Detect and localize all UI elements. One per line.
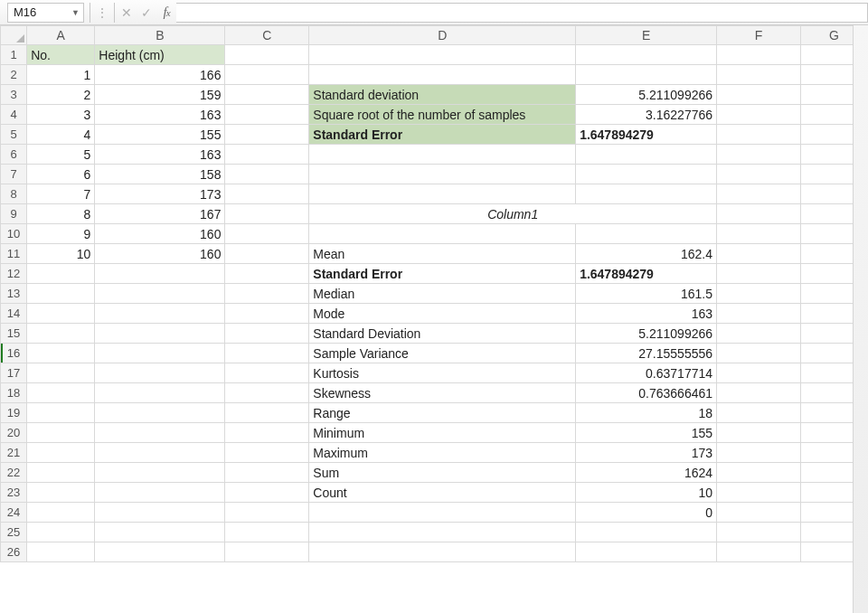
cell-E23[interactable]: 10 [576, 483, 717, 503]
cell-F26[interactable] [717, 542, 801, 562]
cell-D19[interactable]: Range [309, 403, 576, 423]
cell-B3[interactable]: 159 [95, 85, 225, 105]
cell-F10[interactable] [717, 224, 801, 244]
cell-G23[interactable] [800, 483, 867, 503]
cell-B26[interactable] [95, 542, 225, 562]
cell-C5[interactable] [225, 125, 309, 145]
cell-A7[interactable]: 6 [27, 165, 95, 184]
cell-B13[interactable] [95, 284, 225, 304]
cell-E21[interactable]: 173 [576, 443, 717, 463]
cell-A6[interactable]: 5 [27, 145, 95, 165]
column-header-C[interactable]: C [225, 26, 309, 45]
cell-B21[interactable] [95, 443, 225, 463]
row-header-13[interactable]: 13 [1, 284, 27, 304]
cell-F13[interactable] [717, 284, 801, 304]
cell-E26[interactable] [576, 542, 717, 562]
column-header-F[interactable]: F [717, 26, 801, 45]
row-header-23[interactable]: 23 [1, 483, 27, 503]
cell-A24[interactable] [27, 503, 95, 523]
cell-D14[interactable]: Mode [309, 304, 576, 324]
cell-D17[interactable]: Kurtosis [309, 363, 576, 383]
cell-F4[interactable] [717, 105, 801, 125]
cell-G26[interactable] [800, 542, 867, 562]
column-header-E[interactable]: E [576, 26, 717, 45]
cell-B10[interactable]: 160 [95, 224, 225, 244]
cell-B15[interactable] [95, 324, 225, 344]
cell-F20[interactable] [717, 423, 801, 443]
cell-A22[interactable] [27, 463, 95, 483]
cell-D10[interactable] [309, 224, 576, 244]
cell-F8[interactable] [717, 184, 801, 204]
cell-E12[interactable]: 1.647894279 [576, 264, 717, 284]
cell-G3[interactable] [800, 85, 867, 105]
cell-B12[interactable] [95, 264, 225, 284]
cell-C21[interactable] [225, 443, 309, 463]
column-header-A[interactable]: A [27, 26, 95, 45]
cell-G16[interactable] [800, 344, 867, 363]
cell-C14[interactable] [225, 304, 309, 324]
cell-B16[interactable] [95, 344, 225, 363]
cell-C12[interactable] [225, 264, 309, 284]
cell-B9[interactable]: 167 [95, 204, 225, 224]
cell-G1[interactable] [800, 45, 867, 65]
row-header-16[interactable]: 16 [1, 344, 27, 363]
cell-C7[interactable] [225, 165, 309, 184]
cell-B1[interactable]: Height (cm) [95, 45, 225, 65]
row-header-17[interactable]: 17 [1, 363, 27, 383]
spreadsheet-grid[interactable]: ABCDEFG1No.Height (cm)2116632159Standard… [0, 25, 868, 613]
column-header-G[interactable]: G [800, 26, 867, 45]
cell-G18[interactable] [800, 383, 867, 403]
cell-G7[interactable] [800, 165, 867, 184]
cell-A21[interactable] [27, 443, 95, 463]
cell-G12[interactable] [800, 264, 867, 284]
cell-F21[interactable] [717, 443, 801, 463]
cell-D5[interactable]: Standard Error [309, 125, 576, 145]
cell-A23[interactable] [27, 483, 95, 503]
cell-A18[interactable] [27, 383, 95, 403]
cell-E15[interactable]: 5.211099266 [576, 324, 717, 344]
cell-F1[interactable] [717, 45, 801, 65]
row-header-3[interactable]: 3 [1, 85, 27, 105]
cell-F12[interactable] [717, 264, 801, 284]
cell-D16[interactable]: Sample Variance [309, 344, 576, 363]
cell-F9[interactable] [717, 204, 801, 224]
cell-F22[interactable] [717, 463, 801, 483]
row-header-10[interactable]: 10 [1, 224, 27, 244]
row-header-18[interactable]: 18 [1, 383, 27, 403]
cell-G5[interactable] [800, 125, 867, 145]
cell-A14[interactable] [27, 304, 95, 324]
cell-A15[interactable] [27, 324, 95, 344]
cell-F15[interactable] [717, 324, 801, 344]
cell-D12[interactable]: Standard Error [309, 264, 576, 284]
cell-C3[interactable] [225, 85, 309, 105]
cell-C15[interactable] [225, 324, 309, 344]
cell-D2[interactable] [309, 65, 576, 85]
cell-D22[interactable]: Sum [309, 463, 576, 483]
cell-E17[interactable]: 0.63717714 [576, 363, 717, 383]
cell-G8[interactable] [800, 184, 867, 204]
cell-D6[interactable] [309, 145, 576, 165]
cell-A9[interactable]: 8 [27, 204, 95, 224]
cell-D3[interactable]: Standard deviation [309, 85, 576, 105]
cell-B18[interactable] [95, 383, 225, 403]
cell-D7[interactable] [309, 165, 576, 184]
row-header-7[interactable]: 7 [1, 165, 27, 184]
cell-E16[interactable]: 27.15555556 [576, 344, 717, 363]
cell-F7[interactable] [717, 165, 801, 184]
cell-A13[interactable] [27, 284, 95, 304]
cell-D9[interactable]: Column1 [309, 204, 717, 224]
name-box[interactable]: M16 ▼ [7, 3, 84, 23]
cell-B8[interactable]: 173 [95, 184, 225, 204]
fx-icon[interactable]: fx [156, 5, 176, 20]
cell-D21[interactable]: Maximum [309, 443, 576, 463]
row-header-6[interactable]: 6 [1, 145, 27, 165]
cell-G10[interactable] [800, 224, 867, 244]
cell-D24[interactable] [309, 503, 576, 523]
cell-E24[interactable]: 0 [576, 503, 717, 523]
row-header-2[interactable]: 2 [1, 65, 27, 85]
chevron-down-icon[interactable]: ▼ [71, 8, 80, 17]
row-header-8[interactable]: 8 [1, 184, 27, 204]
cell-D13[interactable]: Median [309, 284, 576, 304]
cell-A17[interactable] [27, 363, 95, 383]
row-header-24[interactable]: 24 [1, 503, 27, 523]
